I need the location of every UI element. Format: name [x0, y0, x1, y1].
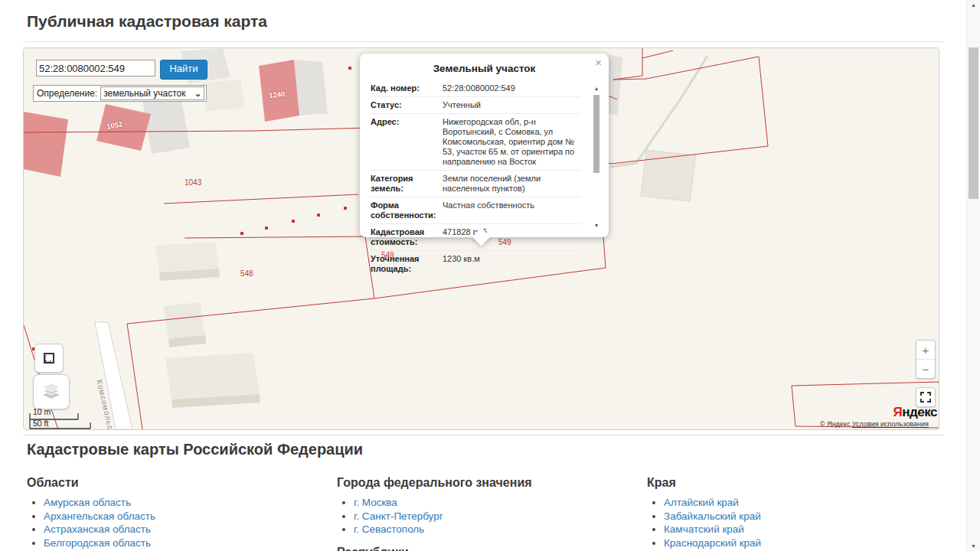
page: Публичная кадастровая карта: [0, 0, 980, 551]
layers-button[interactable]: [33, 374, 70, 409]
field-label: Кад. номер:: [371, 83, 436, 93]
filter-value: земельный участок: [103, 88, 185, 99]
find-button[interactable]: Найти: [160, 60, 207, 80]
field-label: Кадастровая стоимость:: [371, 227, 436, 247]
zoom-control: + −: [916, 340, 936, 379]
popup-row: Статус:Учтенный: [371, 97, 581, 114]
region-list: Алтайский крайЗабайкальский крайКамчатск…: [647, 497, 957, 551]
field-value: Земли поселений (земли населенных пункто…: [436, 174, 581, 194]
list-item: Алтайский край: [664, 497, 957, 508]
page-title: Публичная кадастровая карта: [27, 12, 267, 31]
measure-button[interactable]: [34, 344, 64, 373]
column-heading: Области: [27, 476, 337, 490]
map-label: 1043: [185, 178, 201, 187]
measure-icon: [42, 351, 56, 365]
road: [95, 322, 132, 429]
list-item: Астраханская область: [44, 523, 337, 535]
building-beige: [202, 80, 245, 111]
region-link[interactable]: Забайкальский край: [664, 510, 761, 522]
yandex-logo[interactable]: Яндекс: [893, 405, 937, 420]
building-grey: [294, 60, 328, 116]
search-input[interactable]: [36, 60, 155, 77]
region-list: г. Москваг. Санкт-Петербургг. Севастопол…: [337, 497, 647, 535]
popup-row: Уточненная площадь:1230 кв.м: [371, 251, 581, 277]
popup-row: Кад. номер:52:28:0080002:549: [371, 80, 581, 97]
region-link[interactable]: г. Москва: [354, 497, 397, 508]
field-label: Уточненная площадь:: [371, 254, 436, 274]
column-heading: Края: [647, 476, 957, 490]
building-beige: [165, 353, 260, 399]
field-value: Частная собственность: [436, 201, 534, 220]
filter-control: Определение: земельный участок ⌄: [33, 85, 207, 102]
region-link[interactable]: г. Севастополь: [354, 523, 424, 535]
list-item: Архангельская область: [44, 510, 337, 522]
page-scroll-thumb[interactable]: [969, 47, 978, 199]
region-list: Амурская областьАрхангельская областьАст…: [27, 497, 337, 551]
column-kraya: Края Алтайский крайЗабайкальский крайКам…: [647, 473, 957, 551]
map-label: 548: [240, 269, 253, 278]
popup-scroll-thumb[interactable]: [593, 95, 599, 173]
page-scrollbar[interactable]: ▲ ▼: [966, 0, 980, 551]
footer-title: Кадастровые карты Российской Федерации: [27, 441, 363, 458]
popup-row: Адрес:Нижегородская обл, р-н Воротынский…: [371, 114, 581, 171]
region-link[interactable]: Алтайский край: [664, 497, 739, 508]
field-label: Категория земель:: [371, 174, 436, 194]
list-item: Амурская область: [44, 497, 337, 508]
region-link[interactable]: Краснодарский край: [664, 537, 761, 549]
column-heading: Республики: [337, 546, 647, 551]
popup-row: Форма собственности:Частная собственност…: [371, 197, 581, 224]
building-beige: [155, 242, 219, 272]
building-beige: [163, 302, 205, 339]
map-label: 1240: [268, 90, 285, 99]
fullscreen-icon: [920, 392, 931, 403]
scroll-down-icon[interactable]: ▼: [967, 543, 980, 549]
chevron-down-icon: ⌄: [194, 90, 201, 96]
region-link[interactable]: Астраханская область: [44, 523, 151, 535]
list-item: Камчатский край: [664, 523, 957, 535]
field-value: Учтенный: [436, 100, 481, 110]
terms-link[interactable]: Условия использования: [852, 420, 929, 428]
region-link[interactable]: Белгородская область: [44, 537, 151, 549]
list-item: г. Москва: [354, 497, 647, 508]
region-link[interactable]: Амурская область: [44, 497, 131, 508]
field-label: Форма собственности:: [371, 201, 436, 220]
layers-icon: [41, 383, 61, 401]
region-link[interactable]: Архангельская область: [44, 510, 155, 522]
building-grey: [142, 94, 190, 154]
yandex-logo-rest: ндекс: [902, 405, 937, 419]
column-goroda: Города федерального значения г. Москваг.…: [337, 473, 647, 551]
column-oblasti: Области Амурская областьАрхангельская об…: [27, 473, 337, 551]
field-value: 1230 кв.м: [436, 254, 480, 274]
list-item: Забайкальский край: [664, 510, 957, 522]
popup-scrollbar[interactable]: ▲ ▼: [591, 86, 602, 228]
scroll-up-icon[interactable]: ▲: [967, 2, 980, 8]
popup-rows: Кад. номер:52:28:0080002:549Статус:Учтен…: [371, 80, 581, 277]
region-link[interactable]: Камчатский край: [664, 523, 744, 535]
list-item: Белгородская область: [44, 537, 337, 549]
zoom-out-button[interactable]: −: [916, 360, 935, 378]
zoom-in-button[interactable]: +: [916, 341, 935, 360]
divider: [23, 41, 944, 42]
field-label: Статус:: [371, 100, 436, 110]
field-label: Адрес:: [371, 117, 436, 167]
scroll-down-icon[interactable]: ▼: [591, 223, 602, 228]
popup-title: Земельный участок: [371, 63, 598, 74]
map-copyright: © Яндекс Условия использования: [820, 420, 938, 428]
column-heading: Города федерального значения: [337, 476, 647, 490]
divider: [23, 435, 944, 435]
building-pink: [24, 112, 68, 177]
parcel-info-popup: × Земельный участок Кад. номер:52:28:008…: [360, 54, 609, 237]
list-item: г. Санкт-Петербург: [354, 510, 647, 522]
building-pink: [96, 104, 151, 151]
field-value: 52:28:0080002:549: [436, 83, 515, 93]
filter-label: Определение:: [37, 88, 97, 99]
popup-close-button[interactable]: ×: [595, 57, 602, 68]
scroll-up-icon[interactable]: ▲: [591, 86, 602, 91]
yandex-logo-first: Я: [893, 405, 903, 419]
region-link[interactable]: г. Санкт-Петербург: [354, 510, 443, 522]
scale-imperial: 50 ft: [33, 419, 48, 428]
filter-select[interactable]: земельный участок ⌄: [100, 86, 204, 100]
path: [611, 56, 707, 167]
scale-metric: 10 m: [33, 407, 51, 416]
region-columns: Области Амурская областьАрхангельская об…: [27, 473, 957, 551]
